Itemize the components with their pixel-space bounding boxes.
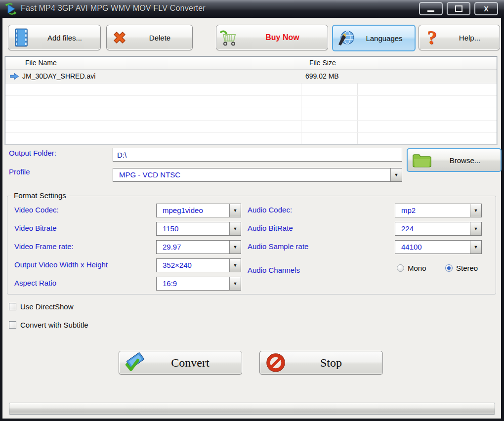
arrow-right-icon [9, 73, 19, 80]
dropdown-button[interactable]: ▼ [470, 222, 481, 235]
video-bitrate-value: 1150 [157, 222, 229, 235]
profile-value: MPG - VCD NTSC [113, 168, 390, 181]
delete-x-icon [107, 28, 132, 47]
empty-row [5, 95, 497, 108]
aspect-ratio-label: Aspect Ratio [14, 279, 56, 287]
maximize-button[interactable] [447, 2, 470, 15]
question-mark-icon: ? [419, 28, 445, 47]
progress-bar [9, 403, 495, 415]
mono-radio[interactable]: Mono [397, 264, 426, 272]
use-directshow-label: Use DirectShow [20, 302, 74, 311]
stereo-radio[interactable]: Stereo [445, 264, 478, 272]
chevron-down-icon: ▼ [233, 263, 238, 268]
app-window: Fast MP4 3GP AVI MPG WMV MOV FLV Convert… [0, 0, 504, 421]
file-row[interactable]: JM_30DAY_SHRED.avi 699.02 MB [5, 70, 497, 84]
output-folder-input[interactable] [113, 148, 402, 162]
empty-row [5, 120, 497, 133]
window-body: Add files... Delete Buy Now [2, 18, 501, 419]
file-size-cell: 699.02 MB [305, 72, 339, 80]
languages-label: Languages [359, 34, 415, 42]
window-controls: X [419, 2, 498, 15]
format-settings-group: Format Settings Video Codec: Video Bitra… [7, 196, 496, 295]
titlebar[interactable]: Fast MP4 3GP AVI MPG WMV MOV FLV Convert… [0, 0, 504, 18]
audio-samplerate-select[interactable]: 44100 ▼ [395, 240, 482, 254]
dropdown-button[interactable]: ▼ [229, 222, 241, 235]
aspect-ratio-select[interactable]: 16:9 ▼ [156, 277, 241, 291]
maximize-icon [455, 5, 462, 12]
file-list[interactable]: File Name File Size JM_30DAY_SHRED.avi 6… [5, 56, 497, 144]
chevron-down-icon: ▼ [233, 282, 238, 286]
delete-button[interactable]: Delete [106, 25, 193, 50]
video-codec-label: Video Codec: [14, 206, 59, 214]
shopping-cart-icon [216, 29, 242, 46]
file-name-cell: JM_30DAY_SHRED.avi [22, 72, 95, 80]
audio-channels-label: Audio Channels [248, 266, 300, 274]
video-bitrate-select[interactable]: 1150 ▼ [156, 222, 241, 236]
dropdown-button[interactable]: ▼ [229, 204, 241, 217]
video-framerate-value: 29.97 [157, 241, 229, 253]
video-framerate-label: Video Frame rate: [14, 242, 74, 251]
radio-icon [397, 264, 404, 272]
column-header-file-name[interactable]: File Name [25, 59, 57, 67]
output-size-label: Output Video Width x Height [14, 260, 108, 269]
add-files-button[interactable]: Add files... [8, 25, 101, 50]
browse-label: Browse... [436, 156, 501, 165]
chevron-down-icon: ▼ [233, 245, 238, 250]
empty-row [5, 83, 497, 96]
dropdown-button[interactable]: ▼ [229, 259, 241, 272]
audio-bitrate-value: 224 [395, 222, 470, 235]
window-title: Fast MP4 3GP AVI MPG WMV MOV FLV Convert… [21, 4, 206, 13]
checkbox-icon [9, 321, 16, 329]
filmstrip-icon [8, 28, 34, 47]
dropdown-button[interactable]: ▼ [470, 204, 481, 217]
video-framerate-select[interactable]: 29.97 ▼ [156, 240, 241, 254]
dropdown-button[interactable]: ▼ [390, 168, 402, 181]
close-icon: X [484, 5, 488, 12]
profile-select[interactable]: MPG - VCD NTSC ▼ [113, 168, 402, 182]
close-button[interactable]: X [474, 2, 498, 15]
convert-film-check-icon [119, 352, 151, 374]
chevron-down-icon: ▼ [474, 245, 478, 250]
convert-subtitle-checkbox[interactable]: Convert with Subtitle [9, 321, 88, 329]
dropdown-button[interactable]: ▼ [470, 241, 481, 253]
video-codec-select[interactable]: mpeg1video ▼ [156, 204, 241, 217]
stop-label: Stop [292, 356, 382, 370]
stereo-label: Stereo [456, 264, 478, 272]
audio-codec-select[interactable]: mp2 ▼ [395, 204, 482, 217]
chevron-down-icon: ▼ [394, 173, 399, 177]
dropdown-button[interactable]: ▼ [229, 241, 241, 253]
use-directshow-checkbox[interactable]: Use DirectShow [9, 302, 74, 311]
empty-row [5, 108, 497, 121]
audio-bitrate-select[interactable]: 224 ▼ [395, 222, 482, 236]
empty-row [5, 132, 497, 144]
file-list-header: File Name File Size [5, 57, 497, 70]
buy-now-button[interactable]: Buy Now [216, 25, 328, 50]
video-codec-value: mpeg1video [157, 204, 229, 217]
audio-bitrate-label: Audio BitRate [248, 224, 293, 232]
chevron-down-icon: ▼ [233, 227, 238, 231]
stop-prohibition-icon [260, 353, 292, 373]
column-header-file-size[interactable]: File Size [309, 59, 336, 67]
app-icon [4, 2, 17, 15]
dropdown-button[interactable]: ▼ [229, 277, 241, 290]
chevron-down-icon: ▼ [474, 209, 478, 213]
convert-button[interactable]: Convert [119, 351, 242, 375]
output-size-value: 352×240 [157, 259, 229, 272]
audio-codec-label: Audio Codec: [248, 206, 292, 214]
minimize-icon [427, 10, 434, 12]
stop-button[interactable]: Stop [259, 351, 383, 375]
convert-label: Convert [151, 356, 242, 370]
video-bitrate-label: Video Bitrate [14, 224, 57, 232]
minimize-button[interactable] [419, 2, 443, 15]
audio-codec-value: mp2 [395, 204, 470, 217]
languages-button[interactable]: Languages [332, 25, 416, 51]
profile-label: Profile [9, 168, 30, 176]
output-size-select[interactable]: 352×240 ▼ [156, 258, 241, 272]
help-button[interactable]: ? Help... [419, 25, 500, 50]
browse-button[interactable]: Browse... [407, 148, 502, 172]
aspect-ratio-value: 16:9 [157, 277, 229, 290]
globe-pen-icon [333, 29, 359, 47]
buy-now-label: Buy Now [242, 33, 328, 42]
add-files-label: Add files... [34, 34, 100, 42]
output-folder-label: Output Folder: [9, 149, 56, 157]
